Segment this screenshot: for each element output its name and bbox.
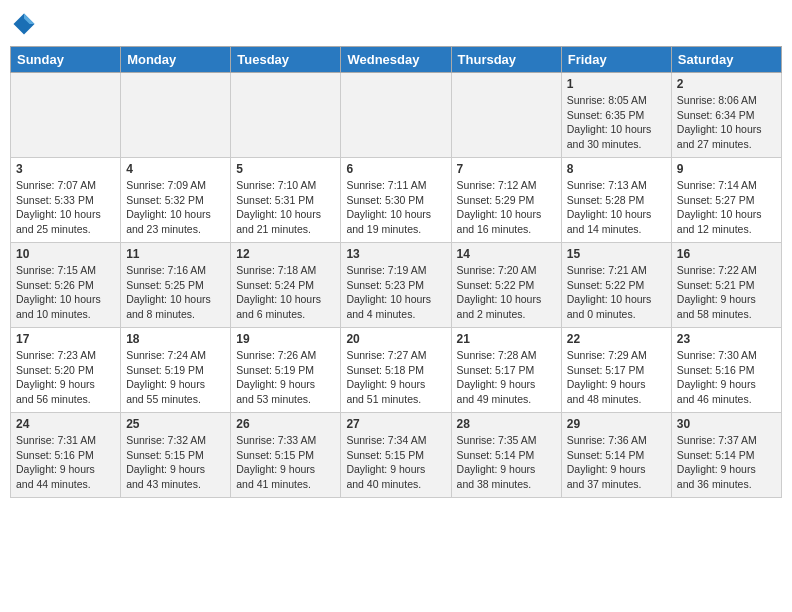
day-info: Sunrise: 7:37 AM Sunset: 5:14 PM Dayligh…	[677, 433, 776, 492]
day-number: 3	[16, 162, 115, 176]
day-info: Sunrise: 7:10 AM Sunset: 5:31 PM Dayligh…	[236, 178, 335, 237]
day-number: 28	[457, 417, 556, 431]
calendar-cell: 27Sunrise: 7:34 AM Sunset: 5:15 PM Dayli…	[341, 413, 451, 498]
page-header	[10, 10, 782, 38]
day-number: 5	[236, 162, 335, 176]
day-number: 26	[236, 417, 335, 431]
calendar-cell: 10Sunrise: 7:15 AM Sunset: 5:26 PM Dayli…	[11, 243, 121, 328]
calendar-cell: 13Sunrise: 7:19 AM Sunset: 5:23 PM Dayli…	[341, 243, 451, 328]
day-info: Sunrise: 7:23 AM Sunset: 5:20 PM Dayligh…	[16, 348, 115, 407]
day-number: 7	[457, 162, 556, 176]
day-info: Sunrise: 7:14 AM Sunset: 5:27 PM Dayligh…	[677, 178, 776, 237]
calendar-cell: 26Sunrise: 7:33 AM Sunset: 5:15 PM Dayli…	[231, 413, 341, 498]
day-number: 30	[677, 417, 776, 431]
calendar-cell: 25Sunrise: 7:32 AM Sunset: 5:15 PM Dayli…	[121, 413, 231, 498]
day-info: Sunrise: 7:18 AM Sunset: 5:24 PM Dayligh…	[236, 263, 335, 322]
calendar-week-row: 1Sunrise: 8:05 AM Sunset: 6:35 PM Daylig…	[11, 73, 782, 158]
day-info: Sunrise: 7:36 AM Sunset: 5:14 PM Dayligh…	[567, 433, 666, 492]
day-info: Sunrise: 7:28 AM Sunset: 5:17 PM Dayligh…	[457, 348, 556, 407]
calendar-cell: 29Sunrise: 7:36 AM Sunset: 5:14 PM Dayli…	[561, 413, 671, 498]
day-number: 20	[346, 332, 445, 346]
day-number: 2	[677, 77, 776, 91]
logo	[10, 10, 42, 38]
day-number: 1	[567, 77, 666, 91]
day-info: Sunrise: 8:05 AM Sunset: 6:35 PM Dayligh…	[567, 93, 666, 152]
calendar-cell: 20Sunrise: 7:27 AM Sunset: 5:18 PM Dayli…	[341, 328, 451, 413]
calendar-cell: 12Sunrise: 7:18 AM Sunset: 5:24 PM Dayli…	[231, 243, 341, 328]
calendar-week-row: 10Sunrise: 7:15 AM Sunset: 5:26 PM Dayli…	[11, 243, 782, 328]
day-number: 12	[236, 247, 335, 261]
day-info: Sunrise: 7:24 AM Sunset: 5:19 PM Dayligh…	[126, 348, 225, 407]
calendar-cell: 6Sunrise: 7:11 AM Sunset: 5:30 PM Daylig…	[341, 158, 451, 243]
calendar-cell: 23Sunrise: 7:30 AM Sunset: 5:16 PM Dayli…	[671, 328, 781, 413]
calendar-cell: 21Sunrise: 7:28 AM Sunset: 5:17 PM Dayli…	[451, 328, 561, 413]
day-info: Sunrise: 7:31 AM Sunset: 5:16 PM Dayligh…	[16, 433, 115, 492]
calendar-week-row: 3Sunrise: 7:07 AM Sunset: 5:33 PM Daylig…	[11, 158, 782, 243]
calendar-cell: 18Sunrise: 7:24 AM Sunset: 5:19 PM Dayli…	[121, 328, 231, 413]
day-info: Sunrise: 7:09 AM Sunset: 5:32 PM Dayligh…	[126, 178, 225, 237]
day-number: 4	[126, 162, 225, 176]
day-number: 27	[346, 417, 445, 431]
weekday-header-sunday: Sunday	[11, 47, 121, 73]
day-info: Sunrise: 8:06 AM Sunset: 6:34 PM Dayligh…	[677, 93, 776, 152]
day-number: 6	[346, 162, 445, 176]
calendar-cell: 11Sunrise: 7:16 AM Sunset: 5:25 PM Dayli…	[121, 243, 231, 328]
day-number: 11	[126, 247, 225, 261]
day-number: 23	[677, 332, 776, 346]
calendar-week-row: 17Sunrise: 7:23 AM Sunset: 5:20 PM Dayli…	[11, 328, 782, 413]
day-info: Sunrise: 7:19 AM Sunset: 5:23 PM Dayligh…	[346, 263, 445, 322]
weekday-header-row: SundayMondayTuesdayWednesdayThursdayFrid…	[11, 47, 782, 73]
day-number: 14	[457, 247, 556, 261]
weekday-header-monday: Monday	[121, 47, 231, 73]
day-info: Sunrise: 7:15 AM Sunset: 5:26 PM Dayligh…	[16, 263, 115, 322]
day-info: Sunrise: 7:27 AM Sunset: 5:18 PM Dayligh…	[346, 348, 445, 407]
calendar-cell: 24Sunrise: 7:31 AM Sunset: 5:16 PM Dayli…	[11, 413, 121, 498]
day-info: Sunrise: 7:07 AM Sunset: 5:33 PM Dayligh…	[16, 178, 115, 237]
day-number: 24	[16, 417, 115, 431]
weekday-header-saturday: Saturday	[671, 47, 781, 73]
calendar-cell: 19Sunrise: 7:26 AM Sunset: 5:19 PM Dayli…	[231, 328, 341, 413]
day-info: Sunrise: 7:12 AM Sunset: 5:29 PM Dayligh…	[457, 178, 556, 237]
day-info: Sunrise: 7:26 AM Sunset: 5:19 PM Dayligh…	[236, 348, 335, 407]
day-info: Sunrise: 7:20 AM Sunset: 5:22 PM Dayligh…	[457, 263, 556, 322]
day-info: Sunrise: 7:22 AM Sunset: 5:21 PM Dayligh…	[677, 263, 776, 322]
calendar-week-row: 24Sunrise: 7:31 AM Sunset: 5:16 PM Dayli…	[11, 413, 782, 498]
calendar-cell: 15Sunrise: 7:21 AM Sunset: 5:22 PM Dayli…	[561, 243, 671, 328]
day-info: Sunrise: 7:30 AM Sunset: 5:16 PM Dayligh…	[677, 348, 776, 407]
day-info: Sunrise: 7:29 AM Sunset: 5:17 PM Dayligh…	[567, 348, 666, 407]
calendar-cell: 5Sunrise: 7:10 AM Sunset: 5:31 PM Daylig…	[231, 158, 341, 243]
day-number: 13	[346, 247, 445, 261]
day-info: Sunrise: 7:32 AM Sunset: 5:15 PM Dayligh…	[126, 433, 225, 492]
calendar-cell: 2Sunrise: 8:06 AM Sunset: 6:34 PM Daylig…	[671, 73, 781, 158]
day-number: 15	[567, 247, 666, 261]
day-info: Sunrise: 7:34 AM Sunset: 5:15 PM Dayligh…	[346, 433, 445, 492]
day-number: 16	[677, 247, 776, 261]
day-info: Sunrise: 7:21 AM Sunset: 5:22 PM Dayligh…	[567, 263, 666, 322]
calendar-cell: 4Sunrise: 7:09 AM Sunset: 5:32 PM Daylig…	[121, 158, 231, 243]
weekday-header-tuesday: Tuesday	[231, 47, 341, 73]
day-number: 22	[567, 332, 666, 346]
day-info: Sunrise: 7:11 AM Sunset: 5:30 PM Dayligh…	[346, 178, 445, 237]
day-info: Sunrise: 7:13 AM Sunset: 5:28 PM Dayligh…	[567, 178, 666, 237]
calendar-cell: 9Sunrise: 7:14 AM Sunset: 5:27 PM Daylig…	[671, 158, 781, 243]
calendar-table: SundayMondayTuesdayWednesdayThursdayFrid…	[10, 46, 782, 498]
logo-icon	[10, 10, 38, 38]
day-number: 8	[567, 162, 666, 176]
calendar-cell: 30Sunrise: 7:37 AM Sunset: 5:14 PM Dayli…	[671, 413, 781, 498]
calendar-cell	[231, 73, 341, 158]
calendar-cell	[121, 73, 231, 158]
day-info: Sunrise: 7:33 AM Sunset: 5:15 PM Dayligh…	[236, 433, 335, 492]
day-info: Sunrise: 7:35 AM Sunset: 5:14 PM Dayligh…	[457, 433, 556, 492]
calendar-cell: 7Sunrise: 7:12 AM Sunset: 5:29 PM Daylig…	[451, 158, 561, 243]
calendar-cell	[11, 73, 121, 158]
day-number: 10	[16, 247, 115, 261]
day-number: 9	[677, 162, 776, 176]
day-number: 21	[457, 332, 556, 346]
calendar-cell: 8Sunrise: 7:13 AM Sunset: 5:28 PM Daylig…	[561, 158, 671, 243]
day-number: 29	[567, 417, 666, 431]
day-number: 17	[16, 332, 115, 346]
calendar-cell: 1Sunrise: 8:05 AM Sunset: 6:35 PM Daylig…	[561, 73, 671, 158]
weekday-header-friday: Friday	[561, 47, 671, 73]
calendar-cell: 28Sunrise: 7:35 AM Sunset: 5:14 PM Dayli…	[451, 413, 561, 498]
calendar-cell: 3Sunrise: 7:07 AM Sunset: 5:33 PM Daylig…	[11, 158, 121, 243]
